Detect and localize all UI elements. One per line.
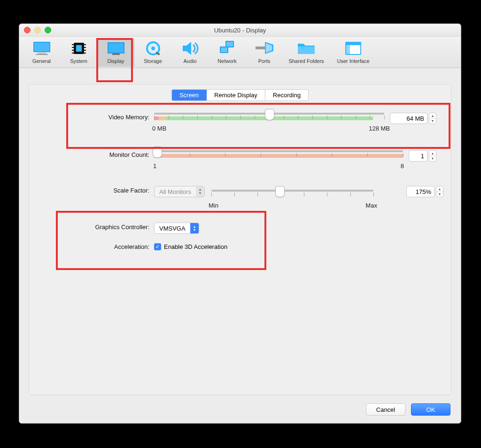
- toolbar-general[interactable]: General: [23, 39, 60, 67]
- zoom-icon[interactable]: [45, 27, 51, 33]
- svg-rect-16: [112, 54, 120, 55]
- mc-max-label: 8: [401, 162, 404, 170]
- svg-rect-5: [76, 45, 82, 52]
- monitor-count-stepper[interactable]: ▲▼: [429, 150, 436, 162]
- chevron-updown-icon: ▴▾: [190, 223, 199, 233]
- tab-screen[interactable]: Screen: [172, 90, 207, 100]
- toolbar-label: Shared Folders: [288, 58, 324, 64]
- video-memory-slider[interactable]: 0 MB 128 MB: [154, 113, 384, 115]
- svg-rect-15: [109, 43, 124, 53]
- toolbar-label: System: [70, 58, 87, 64]
- acceleration-label: Acceleration:: [29, 243, 154, 250]
- display-icon: [106, 40, 126, 56]
- toolbar-label: Display: [107, 58, 124, 64]
- port-icon: [255, 40, 274, 56]
- minimize-icon: [34, 27, 41, 33]
- toolbar-system[interactable]: System: [60, 39, 97, 67]
- scale-monitor-select[interactable]: All Monitors ▲▼: [154, 186, 205, 197]
- toolbar-label: User Interface: [337, 58, 369, 64]
- tab-remote-display[interactable]: Remote Display: [207, 90, 265, 100]
- chevron-updown-icon: ▲▼: [196, 186, 204, 197]
- toolbar-shared-folders[interactable]: Shared Folders: [283, 39, 330, 67]
- svg-rect-29: [298, 46, 315, 54]
- folder-icon: [296, 40, 316, 56]
- toolbar-label: Audio: [183, 58, 196, 64]
- speaker-icon: [180, 40, 200, 56]
- titlebar[interactable]: Ubuntu20 - Display: [19, 24, 461, 37]
- scale-factor-value[interactable]: 175%: [406, 186, 434, 197]
- vm-min-label: 0 MB: [152, 125, 166, 132]
- network-icon: [217, 40, 237, 56]
- display-tabs: Screen Remote Display Recording: [171, 89, 309, 101]
- cancel-button[interactable]: Cancel: [366, 403, 405, 416]
- toolbar-user-interface[interactable]: User Interface: [330, 39, 377, 67]
- settings-window: Ubuntu20 - Display General System Displa…: [19, 23, 461, 424]
- mc-min-label: 1: [153, 162, 156, 170]
- chip-icon: [69, 40, 89, 56]
- monitor-icon: [32, 40, 52, 56]
- graphics-controller-select[interactable]: VMSVGA ▴▾: [154, 223, 199, 234]
- toolbar-label: General: [32, 58, 51, 64]
- toolbar-display[interactable]: Display: [97, 39, 134, 67]
- enable-3d-checkbox[interactable]: ✓: [154, 243, 161, 250]
- svg-rect-25: [221, 47, 227, 52]
- vm-max-label: 128 MB: [369, 125, 390, 132]
- scale-factor-stepper[interactable]: ▲▼: [436, 186, 443, 197]
- scale-factor-label: Scale Factor:: [29, 186, 154, 194]
- tab-recording[interactable]: Recording: [265, 90, 308, 100]
- toolbar-label: Storage: [144, 58, 162, 64]
- close-icon[interactable]: [24, 27, 31, 33]
- ok-button[interactable]: OK: [411, 403, 450, 416]
- toolbar-storage[interactable]: Storage: [134, 39, 171, 67]
- sf-min-label: Min: [209, 202, 218, 209]
- video-memory-value[interactable]: 64 MB: [390, 113, 427, 124]
- svg-rect-3: [36, 54, 48, 55]
- enable-3d-label[interactable]: Enable 3D Acceleration: [164, 243, 227, 250]
- svg-rect-2: [38, 53, 46, 54]
- section-toolbar: General System Display Storage Audio: [19, 37, 461, 68]
- toolbar-audio[interactable]: Audio: [171, 39, 209, 67]
- slider-thumb[interactable]: [275, 186, 285, 197]
- toolbar-label: Network: [217, 58, 236, 64]
- svg-rect-32: [346, 45, 350, 54]
- toolbar-label: Ports: [258, 58, 271, 64]
- svg-marker-21: [183, 42, 191, 55]
- graphics-controller-label: Graphics Controller:: [29, 223, 154, 231]
- disk-icon: [143, 40, 163, 56]
- slider-thumb[interactable]: [265, 109, 274, 120]
- window-layout-icon: [343, 40, 363, 56]
- settings-panel: Screen Remote Display Recording Video Me…: [29, 84, 451, 395]
- svg-point-19: [151, 46, 155, 50]
- slider-thumb[interactable]: [153, 147, 162, 158]
- svg-rect-28: [256, 46, 265, 49]
- sf-max-label: Max: [365, 202, 377, 209]
- toolbar-network[interactable]: Network: [209, 39, 246, 67]
- monitor-count-slider[interactable]: 1 8: [154, 150, 403, 152]
- video-memory-stepper[interactable]: ▲▼: [429, 113, 436, 124]
- toolbar-ports[interactable]: Ports: [246, 39, 283, 67]
- dialog-footer: Cancel OK: [366, 403, 450, 416]
- svg-rect-1: [34, 43, 49, 51]
- scale-factor-slider[interactable]: Min Max: [211, 190, 373, 192]
- monitor-count-label: Monitor Count:: [29, 150, 154, 158]
- window-title: Ubuntu20 - Display: [19, 27, 461, 34]
- svg-rect-23: [226, 42, 233, 46]
- video-memory-label: Video Memory:: [29, 113, 154, 121]
- monitor-count-value[interactable]: 1: [409, 150, 427, 162]
